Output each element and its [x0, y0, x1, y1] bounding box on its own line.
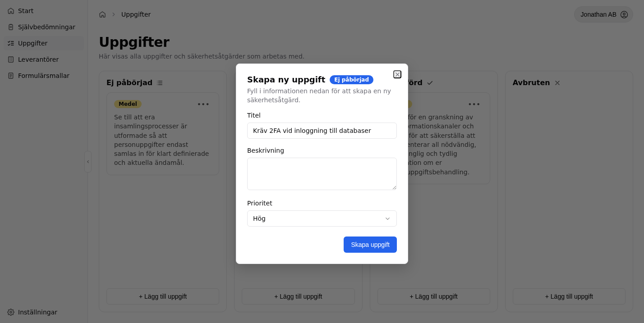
close-button[interactable]: [393, 70, 401, 78]
submit-button[interactable]: Skapa uppgift: [344, 237, 397, 253]
priority-label: Prioritet: [247, 200, 397, 207]
description-label: Beskrivning: [247, 147, 397, 154]
priority-select[interactable]: Hög: [247, 210, 397, 227]
title-input[interactable]: [247, 123, 397, 139]
create-task-dialog: Skapa ny uppgift Ej påbörjad Fyll i info…: [236, 64, 408, 264]
dialog-description: Fyll i informationen nedan för att skapa…: [247, 87, 397, 105]
close-icon: [394, 71, 401, 78]
title-label: Titel: [247, 112, 397, 119]
priority-select-value: Hög: [253, 215, 266, 222]
status-badge: Ej påbörjad: [330, 75, 373, 84]
description-input[interactable]: [247, 158, 397, 190]
chevron-down-icon: [384, 215, 391, 222]
dialog-title: Skapa ny uppgift: [247, 75, 325, 84]
